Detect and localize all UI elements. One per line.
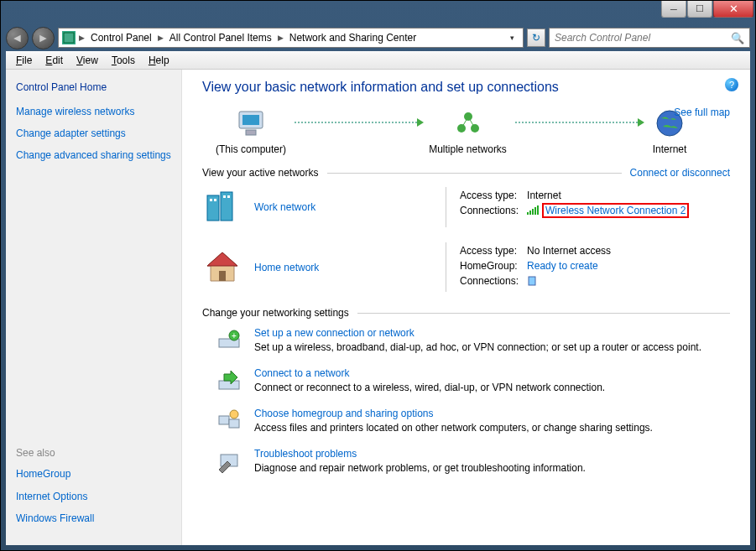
svg-rect-18 <box>219 271 226 281</box>
back-button[interactable]: ◄ <box>6 27 29 49</box>
see-also: See also HomeGroup Internet Options Wind… <box>16 447 171 533</box>
sidebar-link[interactable]: Manage wireless networks <box>16 105 171 118</box>
svg-marker-17 <box>207 252 237 266</box>
work-network-link[interactable]: Work network <box>254 201 315 213</box>
svg-rect-11 <box>221 192 232 221</box>
wifi-signal-icon <box>527 205 539 215</box>
task-title[interactable]: Troubleshoot problems <box>254 448 586 460</box>
sidebar: Control Panel Home Manage wireless netwo… <box>6 70 182 545</box>
maximize-button[interactable]: ☐ <box>687 1 712 18</box>
svg-rect-24 <box>219 416 229 424</box>
work-network-icon <box>202 187 242 227</box>
seealso-link[interactable]: Internet Options <box>16 490 171 503</box>
section-header-change: Change your networking settings <box>202 307 730 319</box>
setup-connection-icon: + <box>216 327 242 354</box>
access-type-label: Access type: <box>460 189 525 202</box>
refresh-button[interactable]: ↻ <box>527 29 545 47</box>
networks-icon <box>448 107 488 140</box>
homegroup-label: HomeGroup: <box>460 259 525 273</box>
task-title[interactable]: Choose homegroup and sharing options <box>254 408 653 419</box>
forward-button[interactable]: ► <box>32 27 55 49</box>
address-dropdown[interactable]: ▾ <box>504 34 519 42</box>
menu-view[interactable]: View <box>70 53 105 68</box>
task-troubleshoot: Troubleshoot problemsDiagnose and repair… <box>202 448 730 475</box>
svg-rect-3 <box>246 130 256 135</box>
svg-rect-10 <box>207 195 219 221</box>
menu-help[interactable]: Help <box>142 53 176 68</box>
window: ─ ☐ ✕ ◄ ► ▶ Control Panel ▶ All Control … <box>0 0 756 551</box>
wireless-connection-link[interactable]: Wireless Network Connection 2 <box>542 203 689 218</box>
svg-rect-0 <box>64 33 74 43</box>
task-desc: Access files and printers located on oth… <box>254 422 653 434</box>
svg-rect-14 <box>223 195 226 198</box>
homegroup-icon <box>216 408 242 434</box>
map-node-label: Internet <box>649 143 690 155</box>
svg-rect-25 <box>229 419 239 428</box>
homegroup-link[interactable]: Ready to create <box>527 259 618 273</box>
ethernet-icon <box>527 278 537 289</box>
svg-rect-15 <box>227 195 230 198</box>
seealso-link[interactable]: Windows Firewall <box>16 512 171 525</box>
seealso-link[interactable]: HomeGroup <box>16 467 171 481</box>
svg-text:+: + <box>232 331 237 340</box>
divider <box>357 313 730 314</box>
chevron-right-icon: ▶ <box>158 34 164 42</box>
menu-edit[interactable]: Edit <box>39 53 70 68</box>
network-map: (This computer) Multiple networks Intern… <box>202 107 730 155</box>
section-header-active: View your active networks Connect or dis… <box>202 167 730 179</box>
svg-point-26 <box>230 410 238 418</box>
svg-rect-13 <box>214 199 216 201</box>
connections-label: Connections: <box>460 274 525 290</box>
breadcrumb-root[interactable]: Control Panel <box>88 30 154 45</box>
titlebar: ─ ☐ ✕ <box>1 1 755 24</box>
sidebar-link[interactable]: Change advanced sharing settings <box>16 148 171 162</box>
navbar: ◄ ► ▶ Control Panel ▶ All Control Panel … <box>1 24 755 51</box>
breadcrumb-mid[interactable]: All Control Panel Items <box>167 30 274 45</box>
computer-icon <box>231 107 271 140</box>
task-homegroup: Choose homegroup and sharing optionsAcce… <box>202 408 730 434</box>
sidebar-link[interactable]: Change adapter settings <box>16 127 171 140</box>
map-node-networks: Multiple networks <box>429 107 507 155</box>
page-title: View your basic network information and … <box>202 80 730 95</box>
map-node-label: Multiple networks <box>429 143 507 155</box>
home-network-link[interactable]: Home network <box>254 262 319 273</box>
see-also-header: See also <box>16 447 171 459</box>
address-bar[interactable]: ▶ Control Panel ▶ All Control Panel Item… <box>58 28 524 48</box>
task-title[interactable]: Connect to a network <box>254 367 605 379</box>
divider <box>327 173 622 174</box>
menu-file[interactable]: File <box>9 53 39 68</box>
search-box[interactable]: 🔍 <box>549 28 750 48</box>
home-network-icon <box>202 247 242 288</box>
task-setup-connection: + Set up a new connection or networkSet … <box>202 327 730 354</box>
help-icon[interactable]: ? <box>725 78 738 91</box>
map-connection-line <box>295 122 420 123</box>
search-icon: 🔍 <box>731 32 744 44</box>
section-label: View your active networks <box>202 167 319 179</box>
chevron-right-icon: ▶ <box>79 34 85 42</box>
breadcrumb-leaf[interactable]: Network and Sharing Center <box>287 30 419 45</box>
map-connection-line <box>515 122 641 123</box>
connect-disconnect-link[interactable]: Connect or disconnect <box>630 167 730 179</box>
see-full-map-link[interactable]: See full map <box>674 107 730 118</box>
access-type-value: Internet <box>527 189 696 202</box>
map-node-computer: (This computer) <box>216 107 286 155</box>
task-desc: Diagnose and repair network problems, or… <box>254 462 586 474</box>
control-panel-icon <box>62 31 76 44</box>
task-title[interactable]: Set up a new connection or network <box>254 327 701 339</box>
task-desc: Set up a wireless, broadband, dial-up, a… <box>254 341 701 353</box>
task-desc: Connect or reconnect to a wireless, wire… <box>254 382 605 393</box>
access-type-label: Access type: <box>460 244 525 257</box>
map-node-label: (This computer) <box>216 143 286 155</box>
troubleshoot-icon <box>216 448 242 475</box>
svg-rect-19 <box>529 277 535 285</box>
minimize-button[interactable]: ─ <box>661 1 686 18</box>
search-input[interactable] <box>555 32 744 44</box>
content: Control Panel Home Manage wireless netwo… <box>6 70 750 545</box>
menu-tools[interactable]: Tools <box>105 53 142 68</box>
network-row-work: Work network Access type:Internet Connec… <box>202 187 730 227</box>
control-panel-home-link[interactable]: Control Panel Home <box>16 81 171 93</box>
network-row-home: Home network Access type:No Internet acc… <box>202 242 730 292</box>
close-button[interactable]: ✕ <box>713 1 753 18</box>
section-label: Change your networking settings <box>202 307 349 319</box>
svg-rect-23 <box>219 381 239 389</box>
